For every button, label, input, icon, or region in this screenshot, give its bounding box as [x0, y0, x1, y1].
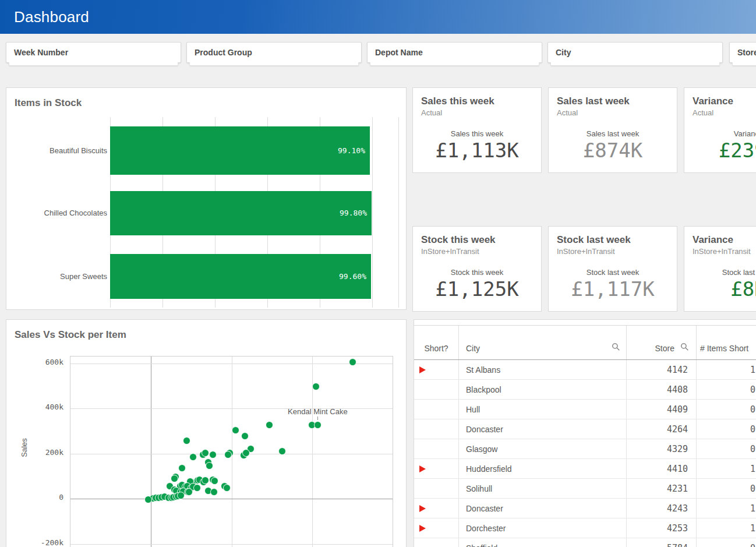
scatter-point[interactable] [171, 475, 178, 482]
store-cell[interactable]: 4231 [627, 479, 697, 498]
kpi-measure-label: Stock this week [421, 268, 533, 277]
city-cell[interactable]: Doncaster [459, 419, 627, 439]
scatter-point[interactable] [349, 358, 356, 366]
filter-city[interactable]: City [547, 42, 723, 63]
column-header-short[interactable]: Short? [414, 326, 459, 359]
scatter-point[interactable] [183, 437, 190, 444]
store-cell[interactable]: 5784 [627, 538, 697, 547]
short-cell [414, 439, 459, 458]
bar-chilled-chocolates[interactable]: 99.80% [110, 191, 372, 235]
short-cell [414, 479, 459, 498]
red-triangle-icon [419, 505, 426, 512]
bar-category-label: Super Sweets [6, 254, 107, 299]
scatter-point[interactable] [206, 462, 213, 470]
table-row[interactable]: Doncaster42640 [414, 419, 756, 439]
items-short-cell[interactable]: 1 [697, 459, 756, 478]
table-row[interactable]: Sheffield57840 [414, 538, 756, 547]
items-short-cell[interactable]: 1 [697, 499, 756, 518]
city-cell[interactable]: Solihull [459, 479, 627, 498]
kpi-title: Stock last week [557, 234, 669, 246]
store-cell[interactable]: 4410 [627, 459, 697, 478]
scatter-point[interactable] [177, 492, 185, 499]
store-cell[interactable]: 4142 [627, 360, 697, 379]
store-cell[interactable]: 4408 [627, 380, 697, 399]
table-row[interactable]: Blackpool44080 [414, 380, 756, 400]
bar-value-label: 99.10% [338, 126, 365, 175]
search-icon[interactable] [612, 343, 620, 353]
scatter-point[interactable] [224, 451, 232, 458]
city-cell[interactable]: Huddersfield [459, 459, 627, 478]
y-tick-label: 400k [6, 403, 63, 411]
table-row[interactable]: Hull44090 [414, 400, 756, 419]
kpi-title: Sales last week [557, 96, 669, 107]
store-cell[interactable]: 4409 [627, 400, 697, 419]
scatter-point[interactable] [223, 484, 231, 492]
scatter-point[interactable] [232, 426, 239, 434]
items-short-cell[interactable]: 1 [697, 360, 756, 379]
scatter-point[interactable] [314, 421, 322, 429]
city-cell[interactable]: Dorchester [459, 518, 627, 538]
store-cell[interactable]: 4243 [627, 499, 697, 518]
items-short-cell[interactable]: 0 [697, 400, 756, 419]
kpi-subtitle: Actual [557, 108, 669, 117]
annotation-tick [317, 417, 318, 420]
city-cell[interactable]: St Albans [459, 360, 627, 379]
filter-store[interactable]: Store [729, 42, 756, 63]
scatter-point[interactable] [266, 421, 273, 429]
table-row[interactable]: Dorchester42531 [414, 518, 756, 538]
city-cell[interactable]: Glasgow [459, 439, 627, 458]
kpi-value: £1,113K [421, 139, 533, 162]
scatter-point[interactable] [278, 447, 286, 455]
kpi-value: £874K [557, 139, 669, 162]
column-header-city[interactable]: City [459, 326, 627, 359]
scatter-point[interactable] [185, 488, 193, 496]
store-cell[interactable]: 4329 [627, 439, 697, 458]
short-cell [414, 400, 459, 419]
table-row[interactable]: Glasgow43290 [414, 439, 756, 459]
scatter-point[interactable] [193, 484, 201, 492]
short-cell [414, 499, 459, 518]
bar-super-sweets[interactable]: 99.60% [110, 254, 371, 299]
table-row[interactable]: St Albans41421 [414, 360, 756, 380]
search-icon[interactable] [680, 343, 689, 353]
scatter-point[interactable] [202, 477, 209, 484]
scatter-point[interactable] [189, 453, 197, 461]
store-cell[interactable]: 4264 [627, 419, 697, 439]
items-short-cell[interactable]: 0 [697, 538, 756, 547]
bar-beautiful-biscuits[interactable]: 99.10% [110, 126, 370, 175]
scatter-point[interactable] [211, 477, 218, 485]
scatter-point[interactable] [241, 432, 249, 440]
items-short-cell[interactable]: 0 [697, 380, 756, 399]
column-header-label: City [466, 344, 480, 353]
column-header-store[interactable]: Store [627, 326, 697, 359]
point-annotation-label: Kendal Mint Cake [288, 407, 348, 416]
table-row[interactable]: Doncaster42431 [414, 499, 756, 518]
filter-depot-name[interactable]: Depot Name [367, 42, 542, 63]
scatter-point[interactable] [202, 449, 209, 457]
items-short-cell[interactable]: 0 [697, 419, 756, 439]
store-cell[interactable]: 4253 [627, 518, 697, 538]
filter-label: Product Group [187, 43, 361, 62]
city-cell[interactable]: Hull [459, 400, 627, 419]
city-cell[interactable]: Blackpool [459, 380, 627, 399]
kpi-variance-actual: VarianceActualVariance£239K [684, 87, 756, 173]
city-cell[interactable]: Doncaster [459, 499, 627, 518]
short-cell [414, 419, 459, 439]
scatter-point[interactable] [312, 383, 320, 390]
scatter-point[interactable] [209, 451, 217, 458]
table-row[interactable]: Solihull42310 [414, 479, 756, 499]
filter-week-number[interactable]: Week Number [6, 42, 181, 63]
city-cell[interactable]: Sheffield [459, 538, 627, 547]
scatter-point[interactable] [144, 496, 152, 503]
scatter-point[interactable] [210, 488, 218, 496]
column-header-label: Short? [424, 344, 448, 353]
column-header-items-short[interactable]: # Items Short [697, 326, 756, 359]
items-short-cell[interactable]: 0 [697, 439, 756, 458]
kpi-subtitle: InStore+InTransit [421, 247, 533, 256]
filter-product-group[interactable]: Product Group [186, 42, 362, 63]
scatter-point[interactable] [178, 464, 186, 472]
table-row[interactable]: Huddersfield44101 [414, 459, 756, 479]
items-short-cell[interactable]: 1 [697, 518, 756, 538]
items-short-cell[interactable]: 0 [697, 479, 756, 498]
scatter-point[interactable] [242, 449, 250, 457]
